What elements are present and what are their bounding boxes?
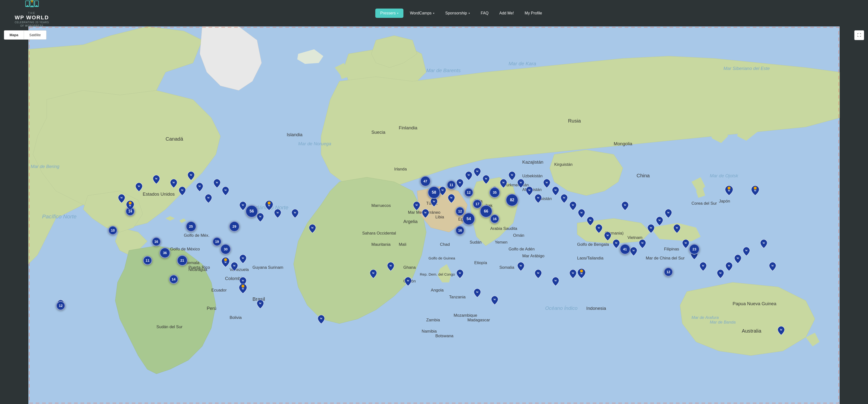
wp-marker[interactable]: W [196, 183, 203, 192]
wp-marker[interactable]: W [318, 315, 324, 325]
cluster-marker[interactable]: 10 [108, 226, 118, 235]
wp-marker[interactable]: W [135, 183, 143, 192]
wp-marker[interactable]: W [483, 175, 490, 185]
wp-marker[interactable]: W [535, 270, 541, 279]
wp-marker[interactable]: W [665, 209, 672, 219]
wp-marker[interactable]: W [743, 247, 750, 257]
cluster-marker[interactable]: 16 [152, 237, 161, 246]
cluster-marker[interactable]: 35 [489, 187, 500, 198]
wp-marker[interactable]: W [769, 262, 776, 272]
wp-marker[interactable]: W [508, 172, 516, 181]
wp-marker[interactable]: W [465, 172, 472, 181]
wp-marker[interactable]: W [778, 326, 784, 336]
wp-marker[interactable]: W [648, 224, 654, 234]
wp-marker[interactable]: W [205, 194, 212, 204]
nav-my-profile[interactable]: My Profile [520, 8, 547, 18]
wp-marker[interactable]: W [761, 240, 767, 249]
wp-marker[interactable]: W [535, 194, 541, 204]
cluster-marker[interactable]: 58 [428, 186, 440, 199]
cluster-marker[interactable]: 17 [473, 199, 482, 209]
wp-marker[interactable]: W [240, 255, 246, 265]
special-marker[interactable]: W [578, 269, 585, 279]
wp-marker[interactable]: W [231, 262, 238, 272]
wp-marker[interactable]: W [448, 194, 455, 204]
cluster-marker[interactable]: 36 [159, 247, 170, 258]
wp-marker[interactable]: W [457, 179, 463, 189]
wp-marker[interactable]: W [179, 187, 186, 196]
wp-marker[interactable]: W [622, 201, 628, 211]
special-marker[interactable]: W [239, 284, 247, 294]
wp-marker[interactable]: W [518, 262, 524, 272]
nav-sponsorship[interactable]: Sponsorship ▾ [441, 8, 474, 18]
wp-marker[interactable]: W [387, 262, 394, 272]
nav-pressers[interactable]: Pressers ▾ [375, 8, 403, 18]
wp-marker[interactable]: W [682, 240, 689, 249]
map-container[interactable]: Mapa Satélite ⛶ [0, 26, 868, 404]
wp-marker[interactable]: W [674, 224, 680, 234]
wp-marker[interactable]: W [613, 240, 620, 249]
wp-marker[interactable]: W [544, 179, 550, 189]
special-marker[interactable]: W [222, 257, 229, 268]
cluster-marker[interactable]: 14 [169, 275, 178, 284]
wp-marker[interactable]: W [170, 179, 177, 189]
wp-marker[interactable]: W [413, 201, 420, 211]
wp-marker[interactable]: W [630, 247, 637, 257]
fullscreen-button[interactable]: ⛶ [854, 30, 864, 40]
cluster-marker[interactable]: 12 [464, 188, 473, 197]
wp-marker[interactable]: W [222, 187, 229, 196]
nav-add-me[interactable]: Add Me! [495, 8, 518, 18]
wp-marker[interactable]: W [526, 187, 533, 196]
cluster-marker[interactable]: 12 [664, 267, 673, 277]
cluster-marker[interactable]: 21 [177, 255, 188, 266]
cluster-marker[interactable]: 11 [447, 180, 456, 189]
wp-marker[interactable]: W [431, 198, 437, 208]
wp-marker[interactable]: W [595, 224, 602, 234]
map-toggle-satelite[interactable]: Satélite [24, 31, 46, 39]
special-marker[interactable]: W [725, 186, 733, 196]
cluster-marker[interactable]: 12 [56, 301, 65, 310]
nav-faq[interactable]: FAQ [476, 8, 493, 18]
cluster-marker[interactable]: 56 [245, 205, 258, 218]
cluster-marker[interactable]: 12 [455, 207, 465, 216]
special-marker[interactable]: W [265, 200, 273, 211]
wp-marker[interactable]: W [153, 175, 160, 185]
wp-marker[interactable]: W [188, 172, 194, 181]
wp-marker[interactable]: W [569, 270, 577, 279]
cluster-marker[interactable]: 29 [229, 221, 240, 232]
wp-marker[interactable]: W [257, 300, 264, 310]
special-marker[interactable]: W [126, 200, 134, 211]
cluster-marker[interactable]: 23 [689, 244, 700, 255]
wp-marker[interactable]: W [656, 217, 663, 226]
wp-marker[interactable]: W [474, 168, 481, 178]
wp-marker[interactable]: W [309, 224, 316, 234]
wp-marker[interactable]: W [587, 217, 594, 226]
wp-marker[interactable]: W [500, 179, 507, 189]
wp-marker[interactable]: W [291, 209, 299, 219]
wp-marker[interactable]: W [370, 270, 377, 279]
wp-marker[interactable]: W [717, 270, 724, 279]
wp-marker[interactable]: W [725, 262, 733, 272]
wp-marker[interactable]: W [491, 296, 498, 306]
wp-marker[interactable]: W [474, 288, 481, 298]
wp-marker[interactable]: W [578, 209, 585, 219]
special-marker[interactable]: W [751, 186, 759, 196]
cluster-marker[interactable]: 11 [143, 256, 152, 265]
wp-marker[interactable]: W [552, 187, 559, 196]
cluster-marker[interactable]: 25 [186, 221, 196, 232]
wp-marker[interactable]: W [457, 270, 463, 279]
cluster-marker[interactable]: 47 [420, 176, 431, 187]
wp-marker[interactable]: W [604, 232, 611, 242]
cluster-marker[interactable]: 16 [455, 226, 465, 235]
wp-marker[interactable]: W [569, 201, 577, 211]
wp-marker[interactable]: W [118, 194, 125, 204]
cluster-marker[interactable]: 82 [506, 194, 518, 207]
wp-marker[interactable]: W [274, 209, 281, 219]
wp-marker[interactable]: W [422, 209, 429, 219]
wp-marker[interactable]: W [735, 255, 741, 265]
map-toggle-mapa[interactable]: Mapa [4, 31, 24, 39]
cluster-marker[interactable]: 41 [620, 244, 630, 255]
cluster-marker[interactable]: 30 [220, 244, 231, 255]
wp-marker[interactable]: W [700, 262, 707, 272]
wp-marker[interactable]: W [405, 277, 411, 287]
nav-wordcamps[interactable]: WordCamps ▾ [405, 8, 439, 18]
